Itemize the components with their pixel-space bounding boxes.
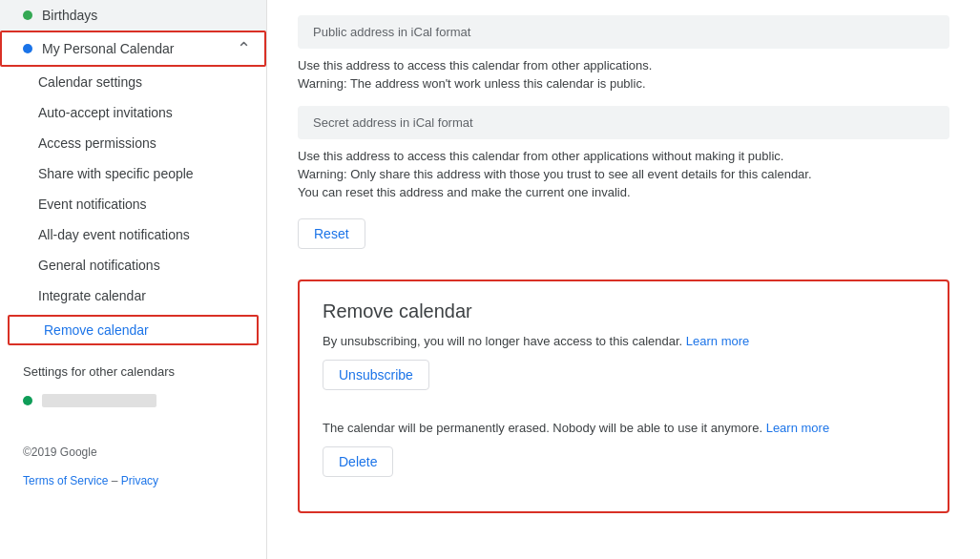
integrate-calendar-label: Integrate calendar — [38, 288, 146, 303]
unsubscribe-button[interactable]: Unsubscribe — [323, 360, 429, 390]
ical-secret-note: You can reset this address and make the … — [298, 185, 949, 199]
ical-secret-warning: Warning: Only share this address with th… — [298, 167, 949, 181]
sidebar-sub-item-share-with-people[interactable]: Share with specific people — [0, 158, 266, 189]
auto-accept-label: Auto-accept invitations — [38, 105, 173, 120]
sidebar-sub-item-remove-calendar[interactable]: Remove calendar — [8, 315, 259, 345]
ical-secret-desc: Use this address to access this calendar… — [298, 149, 949, 163]
sidebar-sub-item-calendar-settings[interactable]: Calendar settings — [0, 67, 266, 97]
birthdays-label: Birthdays — [42, 8, 97, 23]
sidebar-sub-item-general-notifications[interactable]: General notifications — [0, 250, 266, 280]
chevron-up-icon: ⌃ — [237, 38, 251, 59]
ical-secret-label: Secret address in iCal format — [313, 115, 473, 130]
my-personal-calendar-dot — [23, 44, 32, 53]
event-notifications-label: Event notifications — [38, 197, 147, 212]
ical-public-box: Public address in iCal format — [298, 15, 949, 49]
delete-desc: The calendar will be permanently erased.… — [323, 421, 925, 435]
ical-secret-box: Secret address in iCal format — [298, 106, 949, 139]
sidebar: Birthdays My Personal Calendar ⌃ Calenda… — [0, 0, 267, 559]
ical-public-desc: Use this address to access this calendar… — [298, 58, 949, 72]
remove-calendar-sidebar-label: Remove calendar — [44, 322, 149, 338]
unsubscribe-learn-more-link[interactable]: Learn more — [686, 334, 749, 348]
copyright: ©2019 Google — [23, 445, 243, 459]
ical-public-label: Public address in iCal format — [313, 25, 470, 39]
main-content: Public address in iCal format Use this a… — [267, 0, 980, 559]
delete-learn-more-link[interactable]: Learn more — [766, 421, 829, 435]
privacy-link[interactable]: Privacy — [121, 474, 158, 487]
footer-links: Terms of Service – Privacy — [23, 474, 243, 487]
general-notifications-label: General notifications — [38, 258, 160, 273]
access-permissions-label: Access permissions — [38, 135, 156, 151]
ical-public-warning: Warning: The address won't work unless t… — [298, 76, 949, 91]
sidebar-sub-item-allday-notifications[interactable]: All-day event notifications — [0, 219, 266, 250]
other-calendar-name-placeholder — [42, 394, 156, 407]
allday-notifications-label: All-day event notifications — [38, 227, 190, 242]
remove-calendar-section: Remove calendar By unsubscribing, you wi… — [298, 280, 949, 513]
birthdays-dot — [23, 10, 32, 20]
calendar-settings-label: Calendar settings — [38, 74, 142, 90]
other-calendars-section: Settings for other calendars — [0, 349, 266, 386]
sidebar-item-birthdays[interactable]: Birthdays — [0, 0, 266, 31]
my-personal-calendar-label: My Personal Calendar — [42, 41, 175, 56]
sidebar-item-my-personal-calendar[interactable]: My Personal Calendar ⌃ — [0, 31, 266, 67]
reset-button[interactable]: Reset — [298, 218, 365, 249]
sidebar-sub-item-auto-accept[interactable]: Auto-accept invitations — [0, 97, 266, 128]
sidebar-sub-item-access-permissions[interactable]: Access permissions — [0, 128, 266, 158]
remove-calendar-title: Remove calendar — [323, 300, 925, 322]
other-calendar-dot — [23, 396, 32, 405]
unsubscribe-desc: By unsubscribing, you will no longer hav… — [323, 334, 925, 348]
share-with-people-label: Share with specific people — [38, 166, 194, 181]
other-calendar-item[interactable] — [0, 386, 266, 415]
delete-button[interactable]: Delete — [323, 446, 393, 477]
terms-of-service-link[interactable]: Terms of Service — [23, 474, 108, 487]
sidebar-sub-item-event-notifications[interactable]: Event notifications — [0, 189, 266, 219]
sidebar-footer: ©2019 Google Terms of Service – Privacy — [0, 415, 266, 487]
sidebar-sub-item-integrate-calendar[interactable]: Integrate calendar — [0, 280, 266, 311]
